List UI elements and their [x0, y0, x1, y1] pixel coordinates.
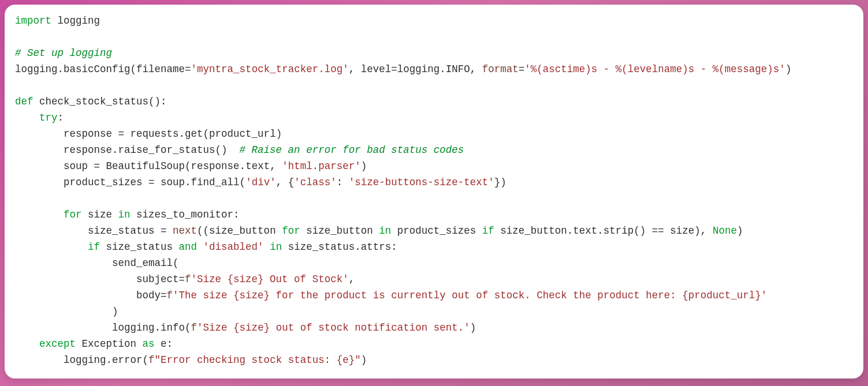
mod-logging: logging	[58, 15, 100, 27]
str-body: 'The size {size} for the product is curr…	[173, 290, 767, 301]
code-block: import logging # Set up logging logging.…	[15, 13, 853, 368]
kw-except: except	[39, 338, 76, 350]
kw-and: and	[179, 241, 198, 253]
func-check-stock: check_stock_status	[39, 96, 148, 107]
const-none: None	[713, 225, 737, 237]
kw-if: if	[88, 241, 100, 253]
kw-in: in	[118, 209, 131, 220]
str-filename: 'myntra_stock_tracker.log'	[191, 63, 349, 75]
kw-def: def	[15, 96, 33, 107]
comment-setup: # Set up logging	[15, 47, 112, 59]
str-info: 'Size {size} out of stock notification s…	[197, 322, 470, 333]
func-basicConfig: basicConfig	[64, 63, 131, 75]
kw-try: try	[39, 112, 58, 123]
comment-raise: # Raise an error for bad status codes	[240, 144, 464, 156]
call-send-email: send_email(	[112, 257, 179, 269]
kw-for: for	[64, 209, 82, 220]
kw-as: as	[143, 338, 155, 350]
kw-import: import	[15, 15, 51, 27]
name-logging: logging	[15, 63, 58, 75]
str-format: '%(asctime)s - %(levelname)s - %(message…	[524, 63, 785, 75]
str-error: "Error checking stock status: {e}"	[155, 354, 361, 366]
code-card: import logging # Set up logging logging.…	[5, 5, 863, 378]
str-subject: 'Size {size} Out of Stock'	[191, 273, 349, 285]
